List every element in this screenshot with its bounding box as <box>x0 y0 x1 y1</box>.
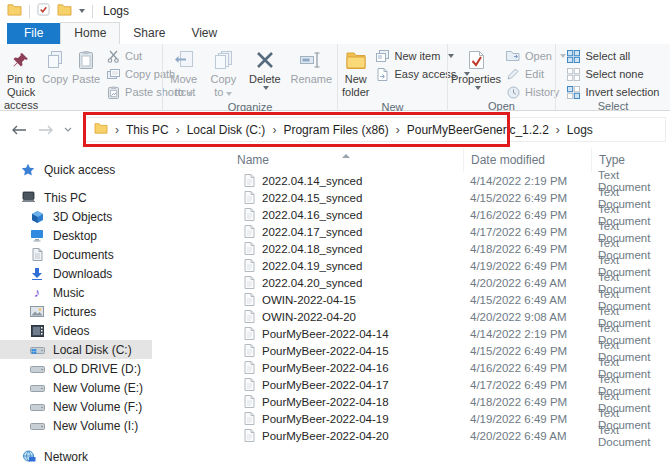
file-name: PourMyBeer-2022-04-15 <box>262 345 389 357</box>
sidebar-item-label: Network <box>44 450 88 462</box>
sidebar-item-desktop[interactable]: Desktop <box>0 226 152 245</box>
back-button[interactable] <box>12 125 27 135</box>
column-header-date-modified[interactable]: Date modified <box>463 148 591 172</box>
sidebar-item-new-volume-f[interactable]: New Volume (F:) <box>0 397 152 416</box>
breadcrumb-program-files-x86[interactable]: Program Files (x86) <box>283 123 388 137</box>
sidebar-item-label: Downloads <box>53 267 112 281</box>
main-area: Quick access This PC 3D Objects Desktop <box>0 148 670 462</box>
titlebar-divider <box>92 5 93 18</box>
button-label: New item <box>395 50 441 62</box>
file-date-modified: 4/14/2022 2:19 PM <box>463 175 591 187</box>
table-row[interactable]: PourMyBeer-2022-04-20 4/20/2022 6:49 AM … <box>230 427 670 444</box>
breadcrumb-this-pc[interactable]: This PC <box>126 123 169 137</box>
button-label: Delete <box>249 73 281 86</box>
address-input[interactable]: › This PC › Local Disk (C:) › Program Fi… <box>85 117 666 142</box>
sidebar-item-label: Local Disk (C:) <box>53 343 132 357</box>
tab-view[interactable]: View <box>178 23 230 44</box>
text-document-icon <box>244 225 255 238</box>
drive-icon <box>29 361 45 377</box>
rename-button[interactable]: Rename <box>288 47 335 87</box>
text-document-icon <box>244 242 255 255</box>
move-to-button[interactable]: Move to <box>165 47 203 100</box>
sidebar-item-local-disk-c[interactable]: Local Disk (C:) <box>0 340 152 359</box>
button-label: Cut <box>125 50 142 62</box>
file-name: 2022.04.20_synced <box>262 277 362 289</box>
breadcrumb-pourmybeergeneric[interactable]: PourMyBeerGeneric_1.2.2 <box>407 123 549 137</box>
move-to-icon <box>174 48 194 72</box>
ribbon-group-clipboard: Pin to Quick access Copy Paste <box>0 44 162 110</box>
select-all-button[interactable]: Select all <box>567 49 660 63</box>
sidebar-item-new-volume-e[interactable]: New Volume (E:) <box>0 378 152 397</box>
ribbon: Pin to Quick access Copy Paste <box>0 44 670 111</box>
window-title: Logs <box>103 4 129 18</box>
drive-icon <box>29 380 45 396</box>
properties-button[interactable]: Properties <box>450 47 502 91</box>
paste-icon <box>78 48 94 72</box>
button-label: Select none <box>586 68 644 80</box>
sidebar-item-quick-access[interactable]: Quick access <box>0 160 152 179</box>
button-label: Properties <box>451 73 501 86</box>
file-date-modified: 4/16/2022 6:49 PM <box>463 209 591 221</box>
invert-selection-button[interactable]: Invert selection <box>567 85 660 99</box>
ribbon-tab-bar: File Home Share View <box>0 22 670 44</box>
tab-share[interactable]: Share <box>120 23 178 44</box>
file-name: OWIN-2022-04-20 <box>262 311 356 323</box>
sidebar-item-downloads[interactable]: Downloads <box>0 264 152 283</box>
file-date-modified: 4/19/2022 6:49 PM <box>463 260 591 272</box>
dropdown-caret-icon <box>226 92 232 96</box>
recent-locations-caret-icon[interactable] <box>64 127 72 132</box>
sidebar-item-videos[interactable]: Videos <box>0 321 152 340</box>
qat-customize-caret-icon[interactable] <box>79 9 85 13</box>
sidebar-item-music[interactable]: ♪ Music <box>0 283 152 302</box>
cut-icon <box>106 49 120 63</box>
sidebar-item-new-volume-i[interactable]: New Volume (I:) <box>0 416 152 435</box>
paste-button[interactable]: Paste <box>70 47 102 87</box>
qat-folder-icon[interactable] <box>57 3 72 19</box>
tab-home[interactable]: Home <box>60 22 120 44</box>
sidebar-item-old-drive-d[interactable]: OLD DRIVE (D:) <box>0 359 152 378</box>
column-header-name[interactable]: Name <box>230 153 463 167</box>
sidebar-item-pictures[interactable]: Pictures <box>0 302 152 321</box>
sidebar-item-label: New Volume (E:) <box>53 381 143 395</box>
select-none-button[interactable]: Select none <box>567 67 660 81</box>
sidebar-item-label: Videos <box>53 324 89 338</box>
delete-x-icon <box>255 48 275 72</box>
file-list: Name Date modified Type 2022.04.14_synce… <box>230 148 670 462</box>
delete-button[interactable]: Delete <box>244 47 286 91</box>
videos-icon <box>29 323 45 339</box>
button-label: Open <box>525 50 552 62</box>
button-label: Rename <box>291 73 333 86</box>
file-name: PourMyBeer-2022-04-20 <box>262 430 389 442</box>
copy-button[interactable]: Copy <box>40 47 70 87</box>
text-document-icon <box>244 344 255 357</box>
file-name: 2022.04.14_synced <box>262 175 362 187</box>
ribbon-group-select: Select all Select none Invert selection … <box>555 44 670 110</box>
sidebar-item-label: Quick access <box>44 163 115 177</box>
copy-to-button[interactable]: Copy to <box>205 47 243 100</box>
file-date-modified: 4/20/2022 6:49 AM <box>463 277 591 289</box>
sidebar-item-documents[interactable]: Documents <box>0 245 152 264</box>
breadcrumb-logs[interactable]: Logs <box>567 123 593 137</box>
tab-file[interactable]: File <box>7 23 60 44</box>
dropdown-caret-icon <box>475 86 481 90</box>
breadcrumb-local-disk-c[interactable]: Local Disk (C:) <box>187 123 266 137</box>
select-none-icon <box>567 67 581 81</box>
sidebar-item-network[interactable]: Network <box>0 447 152 462</box>
column-header-type[interactable]: Type <box>591 148 670 172</box>
file-name: PourMyBeer-2022-04-17 <box>262 379 389 391</box>
pin-to-quick-access-button[interactable]: Pin to Quick access <box>2 47 40 113</box>
new-folder-button[interactable]: New folder <box>340 47 372 100</box>
sort-ascending-icon <box>342 154 350 158</box>
sidebar-item-label: Desktop <box>53 229 97 243</box>
text-document-icon <box>244 293 255 306</box>
sidebar-item-this-pc[interactable]: This PC <box>0 188 152 207</box>
sidebar-item-3d-objects[interactable]: 3D Objects <box>0 207 152 226</box>
text-document-icon <box>244 259 255 272</box>
qat-properties-icon[interactable] <box>37 3 50 19</box>
edit-icon <box>506 67 520 81</box>
properties-icon <box>468 48 485 72</box>
file-name: 2022.04.15_synced <box>262 192 362 204</box>
forward-button[interactable] <box>38 125 53 135</box>
open-icon <box>506 49 520 63</box>
pushpin-icon <box>12 48 30 72</box>
